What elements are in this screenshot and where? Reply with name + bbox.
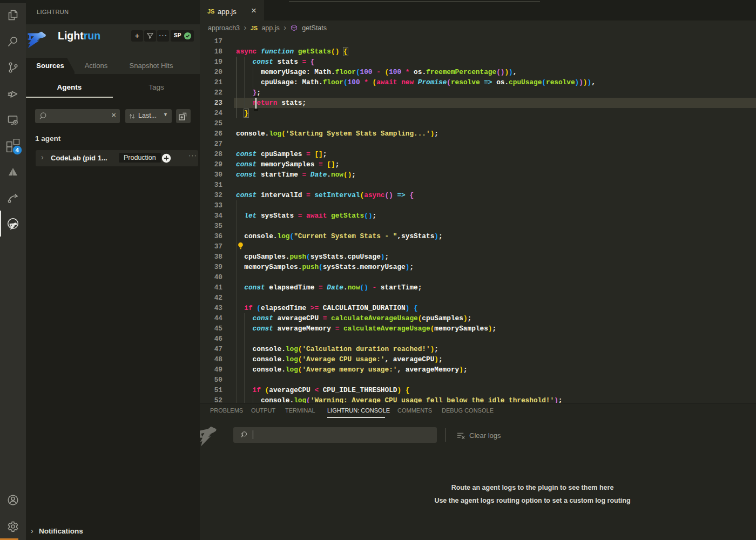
svg-text:4: 4	[16, 147, 19, 153]
